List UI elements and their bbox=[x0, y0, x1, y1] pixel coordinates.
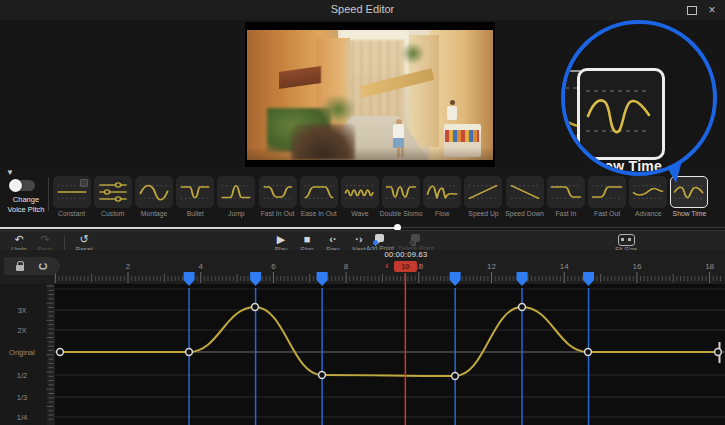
preset-advance[interactable]: Advance bbox=[628, 176, 669, 218]
keyframe-pin[interactable] bbox=[184, 272, 195, 286]
voice-pitch-label-line1: Change bbox=[0, 195, 52, 204]
preset-label-advance: Advance bbox=[635, 210, 661, 217]
curve-point[interactable] bbox=[319, 372, 326, 379]
curve-point[interactable] bbox=[252, 304, 259, 311]
ruler-number-18: 18 bbox=[705, 262, 714, 271]
playhead-right-chevron[interactable]: › bbox=[418, 259, 422, 271]
preset-thumb-wave bbox=[341, 176, 379, 208]
redo-icon: ↷ bbox=[40, 233, 49, 246]
preset-thumb-constant bbox=[53, 176, 91, 208]
undo-icon: ↶ bbox=[14, 233, 23, 246]
preset-label-montage: Montage bbox=[141, 210, 167, 217]
preset-thumb-advance bbox=[629, 176, 667, 208]
speed-curve[interactable] bbox=[60, 307, 718, 376]
video-art bbox=[321, 95, 355, 124]
preset-double-slomo[interactable]: Double Slomo bbox=[381, 176, 422, 218]
video-art bbox=[447, 106, 457, 120]
preset-speed-down[interactable]: Speed Down bbox=[504, 176, 545, 218]
delete-point-icon bbox=[410, 234, 422, 245]
video-art bbox=[402, 43, 424, 64]
play-icon: ▶ bbox=[277, 233, 285, 246]
preset-label-jump: Jump bbox=[228, 210, 245, 217]
keyframe-pin[interactable] bbox=[450, 272, 461, 286]
preset-thumb-jump bbox=[217, 176, 255, 208]
magnet-icon: C bbox=[38, 262, 49, 269]
divider bbox=[48, 177, 49, 211]
keyframe-pin[interactable] bbox=[317, 272, 328, 286]
preset-label-flow: Flow bbox=[435, 210, 449, 217]
preset-montage[interactable]: Montage bbox=[133, 176, 174, 218]
curve-point[interactable] bbox=[186, 349, 193, 356]
video-preview-panel bbox=[245, 22, 495, 167]
preset-fast-out[interactable]: Fast Out bbox=[586, 176, 627, 218]
preset-label-double-slomo: Double Slomo bbox=[380, 210, 423, 217]
speed-editor-window: Speed Editor × bbox=[0, 0, 725, 425]
window-title: Speed Editor bbox=[0, 3, 725, 15]
keyframe-pin[interactable] bbox=[517, 272, 528, 286]
presets-scrollbar-fill bbox=[0, 227, 397, 229]
preset-thumb-fast-in-out bbox=[259, 176, 297, 208]
ruler-number-6: 6 bbox=[271, 262, 276, 271]
voice-pitch-toggle[interactable] bbox=[11, 180, 35, 191]
preset-thumb-flow bbox=[423, 176, 461, 208]
playhead-handle[interactable]: 10 bbox=[394, 261, 417, 272]
preset-constant[interactable]: Constant bbox=[51, 176, 92, 218]
preset-label-constant: Constant bbox=[58, 210, 85, 217]
playhead-timestamp: 00:00:09.63 bbox=[377, 250, 435, 259]
preset-thumb-bullet bbox=[176, 176, 214, 208]
preset-thumb-ease-in-out bbox=[300, 176, 338, 208]
prev-icon: ‹· bbox=[329, 233, 336, 246]
preset-thumb-double-slomo bbox=[382, 176, 420, 208]
preset-fast-in-out[interactable]: Fast In Out bbox=[257, 176, 298, 218]
snap-button[interactable]: C bbox=[36, 259, 52, 273]
preset-flow[interactable]: Flow bbox=[422, 176, 463, 218]
keyframe-pin[interactable] bbox=[250, 272, 261, 286]
preset-jump[interactable]: Jump bbox=[216, 176, 257, 218]
lock-button[interactable] bbox=[12, 259, 28, 273]
fit-size-icon bbox=[618, 234, 635, 246]
video-art bbox=[247, 147, 493, 160]
preset-label-ease-in-out: Ease In Out bbox=[301, 210, 337, 217]
timeline-graph-svg[interactable]: 24681012141618 bbox=[0, 250, 725, 425]
titlebar: Speed Editor × bbox=[0, 0, 725, 21]
presets-row: ConstantCustomMontageBulletJumpFast In O… bbox=[51, 176, 710, 218]
preset-label-speed-up: Speed Up bbox=[468, 210, 498, 217]
preset-bullet[interactable]: Bullet bbox=[175, 176, 216, 218]
preset-label-bullet: Bullet bbox=[187, 210, 204, 217]
lock-icon bbox=[16, 265, 24, 271]
maximize-button[interactable] bbox=[685, 4, 699, 16]
preset-wave[interactable]: Wave bbox=[339, 176, 380, 218]
voice-pitch-label-line2: Voice Pitch bbox=[0, 205, 52, 214]
preset-label-fast-in-out: Fast In Out bbox=[261, 210, 295, 217]
stop-icon: ■ bbox=[304, 233, 311, 246]
ruler-number-16: 16 bbox=[632, 262, 641, 271]
maximize-icon bbox=[687, 6, 697, 15]
preset-speed-up[interactable]: Speed Up bbox=[463, 176, 504, 218]
reset-icon: ↺ bbox=[79, 233, 88, 246]
preset-label-speed-down: Speed Down bbox=[505, 210, 544, 217]
magnified-show-time-curve bbox=[580, 71, 656, 151]
curve-point[interactable] bbox=[519, 304, 526, 311]
close-icon: × bbox=[708, 3, 715, 17]
preset-label-wave: Wave bbox=[351, 210, 368, 217]
collapse-triangle-icon[interactable]: ▼ bbox=[6, 168, 14, 177]
ruler-number-2: 2 bbox=[126, 262, 131, 271]
preset-label-fast-in: Fast In bbox=[555, 210, 576, 217]
video-art bbox=[445, 130, 479, 142]
curve-point[interactable] bbox=[57, 349, 64, 356]
keyframe-pin[interactable] bbox=[583, 272, 594, 286]
ruler-number-14: 14 bbox=[560, 262, 569, 271]
preset-thumb-speed-up bbox=[464, 176, 502, 208]
preset-fast-in[interactable]: Fast In bbox=[545, 176, 586, 218]
preset-custom[interactable]: Custom bbox=[92, 176, 133, 218]
close-button[interactable]: × bbox=[705, 4, 719, 16]
video-art bbox=[393, 124, 404, 139]
timeline-corner-pill: C bbox=[4, 257, 60, 275]
curve-point[interactable] bbox=[715, 349, 722, 356]
curve-point[interactable] bbox=[452, 373, 459, 380]
preset-ease-in-out[interactable]: Ease In Out bbox=[298, 176, 339, 218]
curve-point[interactable] bbox=[585, 349, 592, 356]
constant-corner-icon bbox=[80, 179, 88, 187]
playhead-left-chevron[interactable]: ‹ bbox=[385, 259, 389, 271]
preset-label-custom: Custom bbox=[101, 210, 124, 217]
